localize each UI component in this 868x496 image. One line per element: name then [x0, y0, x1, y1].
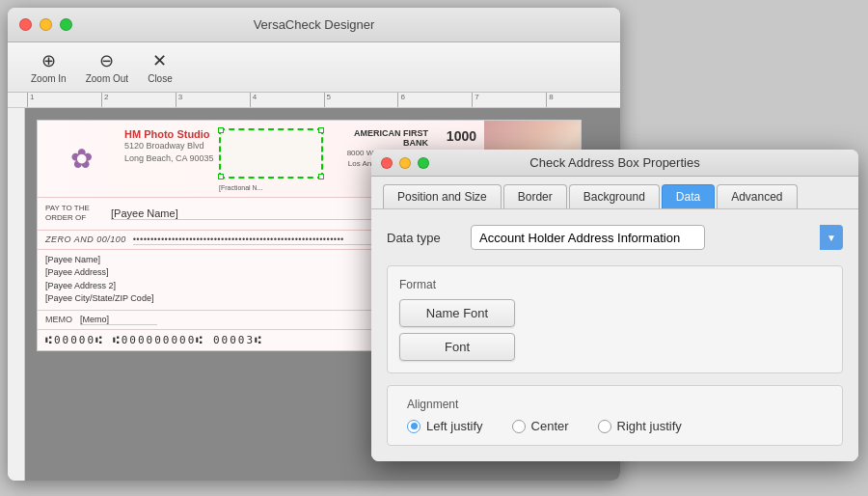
alignment-radio-group: Left justify Center Right justify — [407, 419, 823, 433]
resize-handle-bl[interactable] — [218, 174, 224, 179]
alignment-section: Alignment Left justify Center Right just… — [387, 385, 843, 446]
align-left-dot — [411, 423, 418, 429]
format-label: Format — [399, 278, 830, 291]
business-address-2: Long Beach, CA 90035 — [124, 152, 217, 165]
align-left-indicator — [407, 420, 420, 433]
dialog-title-bar: Check Address Box Properties — [371, 150, 858, 177]
align-center-radio[interactable]: Center — [512, 419, 569, 433]
memo-label: MEMO — [45, 315, 72, 324]
resize-handle-br[interactable] — [318, 174, 324, 179]
ruler-mark: 2 — [101, 93, 176, 107]
format-section: Format Name Font Font — [387, 265, 843, 373]
dialog-title: Check Address Box Properties — [529, 155, 699, 170]
align-right-radio[interactable]: Right justify — [598, 419, 682, 433]
align-left-radio[interactable]: Left justify — [407, 419, 483, 433]
ruler-mark: 7 — [472, 93, 546, 107]
ruler-mark: 4 — [250, 93, 324, 107]
align-center-label: Center — [531, 419, 569, 433]
zoom-out-icon: ⊖ — [99, 50, 114, 71]
dialog-minimize-button[interactable] — [399, 157, 411, 169]
align-right-indicator — [598, 420, 611, 433]
tab-background[interactable]: Background — [569, 184, 660, 208]
selection-box[interactable] — [219, 128, 323, 179]
close-tool-label: Close — [148, 73, 173, 84]
minimize-button[interactable] — [40, 18, 52, 31]
bank-name: AMERICAN FIRST BANK — [336, 128, 428, 148]
pay-to-label: PAY TO THEORDER OF — [45, 204, 103, 224]
zoom-in-label: Zoom In — [31, 73, 67, 84]
alignment-label: Alignment — [407, 398, 823, 411]
zoom-in-icon: ⊕ — [41, 50, 56, 71]
flower-icon: ✿ — [70, 143, 93, 175]
ruler-mark: 5 — [324, 93, 398, 107]
close-icon: ✕ — [152, 50, 167, 71]
ruler-mark: 6 — [397, 93, 472, 107]
horizontal-ruler: 1 2 3 4 5 6 7 8 — [8, 93, 620, 108]
ruler-marks: 1 2 3 4 5 6 7 8 — [27, 93, 620, 107]
name-font-button[interactable]: Name Font — [399, 299, 515, 327]
ruler-mark: 8 — [546, 93, 620, 107]
zoom-out-label: Zoom Out — [86, 73, 128, 84]
title-bar: VersaCheck Designer — [8, 8, 620, 42]
vertical-ruler — [8, 108, 25, 481]
data-type-row: Data type Account Holder Address Informa… — [387, 225, 843, 250]
align-center-indicator — [512, 420, 526, 433]
business-info: HM Photo Studio 5120 Broadway Blvd Long … — [124, 121, 217, 197]
check-number: 1000 — [447, 128, 476, 144]
resize-handle-tr[interactable] — [318, 127, 324, 133]
tab-position-size[interactable]: Position and Size — [383, 184, 502, 208]
traffic-lights — [19, 18, 72, 31]
tab-border[interactable]: Border — [503, 184, 567, 208]
data-type-select-wrapper: Account Holder Address Information ▼ — [471, 225, 843, 250]
maximize-button[interactable] — [60, 18, 72, 31]
toolbar: ⊕ Zoom In ⊖ Zoom Out ✕ Close — [8, 42, 620, 93]
dialog-tabs: Position and Size Border Background Data… — [371, 177, 858, 209]
tab-advanced[interactable]: Advanced — [717, 184, 797, 208]
memo-value: [Memo] — [80, 315, 157, 325]
select-arrow-icon: ▼ — [820, 225, 843, 250]
check-logo: ✿ — [38, 121, 124, 197]
close-button[interactable] — [19, 18, 32, 31]
resize-handle-tl[interactable] — [218, 127, 224, 133]
data-type-label: Data type — [387, 231, 459, 245]
fractional-label: [Fractional N... — [219, 184, 263, 191]
tab-data[interactable]: Data — [662, 184, 715, 208]
dialog-maximize-button[interactable] — [418, 157, 429, 169]
align-right-label: Right justify — [617, 419, 682, 433]
window-title: VersaCheck Designer — [254, 17, 375, 32]
zoom-out-button[interactable]: ⊖ Zoom Out — [78, 46, 136, 88]
dialog-body: Data type Account Holder Address Informa… — [371, 209, 858, 461]
close-tool-button[interactable]: ✕ Close — [140, 46, 180, 88]
ruler-mark: 3 — [176, 93, 250, 107]
properties-dialog: Check Address Box Properties Position an… — [371, 150, 858, 461]
ruler-mark: 1 — [27, 93, 101, 107]
business-address-1: 5120 Broadway Blvd — [124, 140, 217, 152]
data-type-select[interactable]: Account Holder Address Information — [471, 225, 705, 250]
business-name: HM Photo Studio — [124, 128, 217, 140]
align-left-label: Left justify — [426, 419, 483, 433]
zoom-in-button[interactable]: ⊕ Zoom In — [23, 46, 74, 88]
dialog-close-button[interactable] — [381, 157, 393, 169]
dialog-traffic-lights — [381, 157, 429, 169]
font-button[interactable]: Font — [399, 333, 515, 361]
